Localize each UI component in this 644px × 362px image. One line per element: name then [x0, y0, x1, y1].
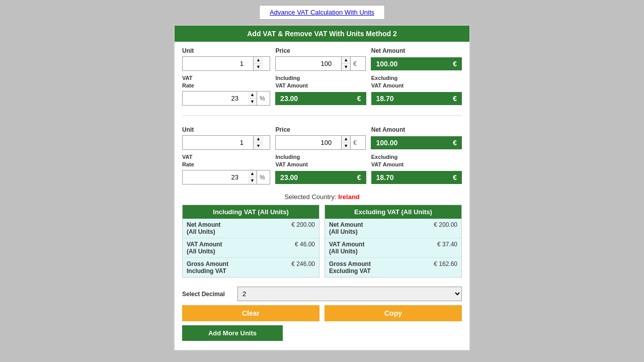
row2-vat-inputs: ▲ ▼ % 23.00 € 18.70 € [182, 170, 462, 185]
row2-vat-labels: VAT Rate Including VAT Amount Excluding … [182, 153, 462, 168]
vat-rate-down-2[interactable]: ▼ [248, 177, 257, 184]
footer-section: Indirect Tax www.vatcalculator.irish [177, 358, 467, 362]
price-spinner-2: ▲ ▼ [341, 136, 351, 149]
net-label-1: Net Amount [371, 47, 462, 54]
incl-net-label: Net Amount (All Units) [187, 221, 221, 235]
action-row: Clear Copy [182, 305, 462, 321]
incl-vat-value-1: 23.00 [280, 95, 298, 103]
vat-rate-spinner-1: ▲ ▼ [248, 92, 257, 105]
vat-rate-up-2[interactable]: ▲ [248, 170, 257, 177]
excl-vat-value-2: 18.70 [376, 173, 394, 182]
summary-section: Including VAT (All Units) Net Amount (Al… [175, 205, 469, 278]
price-up-2[interactable]: ▲ [342, 136, 350, 143]
unit-label-2: Unit [182, 126, 270, 133]
row1-inputs: ▲ ▼ ▲ ▼ € 100.00 € [182, 56, 462, 71]
excl-gross-value: € 162.60 [434, 260, 457, 275]
selected-country-name: Ireland [338, 193, 360, 201]
excl-gross-row: Gross Amount Excluding VAT € 162.60 [325, 258, 461, 277]
excl-vat-col-label-1: Excluding VAT Amount [371, 74, 462, 89]
net-value-2: 100.00 [376, 139, 397, 147]
price-input-wrapper-2: ▲ ▼ € [275, 135, 366, 150]
vat-rate-col-label-2: VAT Rate [182, 153, 270, 168]
price-input-wrapper-1: ▲ ▼ € [275, 56, 366, 71]
copy-button[interactable]: Copy [325, 305, 462, 321]
price-up-1[interactable]: ▲ [342, 57, 350, 64]
excl-net-label: Net Amount (All Units) [329, 221, 363, 235]
excl-vat-currency-1: € [453, 95, 457, 103]
vat-rate-input-2[interactable] [183, 171, 248, 184]
row1-section: Unit Price Net Amount ▲ ▼ ▲ [175, 42, 469, 110]
unit-label-1: Unit [182, 47, 270, 54]
percent-symbol-2: % [257, 174, 268, 181]
decimal-select[interactable]: 0 1 2 3 4 [237, 287, 462, 301]
unit-down-1[interactable]: ▼ [254, 64, 263, 70]
net-label-2: Net Amount [371, 126, 462, 133]
unit-down-2[interactable]: ▼ [254, 143, 263, 149]
incl-vat-amt-label: VAT Amount (All Units) [187, 241, 222, 255]
incl-vat-col-label-1: Including VAT Amount [275, 74, 366, 89]
unit-spinner-1: ▲ ▼ [253, 57, 263, 70]
price-down-2[interactable]: ▼ [342, 143, 350, 149]
divider-1 [182, 115, 462, 116]
vat-rate-up-1[interactable]: ▲ [248, 92, 257, 99]
excl-vat-value-1: 18.70 [376, 95, 394, 103]
net-value-1: 100.00 [376, 60, 397, 68]
price-label-2: Price [275, 126, 366, 133]
price-input-2[interactable] [276, 136, 341, 149]
row1-vat-inputs: ▲ ▼ % 23.00 € 18.70 € [182, 91, 462, 106]
unit-input-2[interactable] [183, 136, 253, 149]
incl-vat-value-2: 23.00 [280, 173, 298, 182]
excl-vat-col-label-2: Excluding VAT Amount [371, 153, 462, 168]
price-down-1[interactable]: ▼ [342, 64, 350, 70]
vat-rate-spinner-2: ▲ ▼ [248, 170, 257, 184]
vat-rate-down-1[interactable]: ▼ [248, 99, 257, 105]
unit-input-1[interactable] [183, 57, 253, 70]
net-amount-display-1: 100.00 € [371, 57, 462, 70]
excl-vat-currency-2: € [453, 173, 457, 182]
incl-vat-col-label-2: Including VAT Amount [275, 153, 366, 168]
top-link-container: Advance VAT Calculation With Units [259, 5, 385, 20]
footer-title: Indirect Tax [177, 358, 467, 362]
main-card: Add VAT & Remove VAT With Units Method 2… [174, 25, 470, 351]
excl-vat-row: VAT Amount (All Units) € 37.40 [325, 238, 461, 258]
net-currency-1: € [453, 60, 457, 68]
incl-vat-currency-1: € [357, 95, 361, 103]
unit-input-wrapper-1: ▲ ▼ [182, 56, 270, 71]
excl-net-row: Net Amount (All Units) € 200.00 [325, 219, 461, 238]
bottom-controls: Select Decimal 0 1 2 3 4 Clear Copy Add … [175, 283, 469, 345]
decimal-label: Select Decimal [182, 291, 232, 298]
incl-gross-value: € 246.00 [291, 260, 315, 275]
clear-button[interactable]: Clear [182, 305, 319, 321]
unit-up-2[interactable]: ▲ [254, 136, 263, 143]
vat-rate-input-1[interactable] [183, 92, 248, 105]
price-spinner-1: ▲ ▼ [341, 57, 351, 70]
excl-vat-display-1: 18.70 € [371, 92, 462, 105]
excl-gross-label: Gross Amount Excluding VAT [329, 260, 371, 275]
excl-vat-amt-label: VAT Amount (All Units) [329, 241, 364, 255]
row1-labels: Unit Price Net Amount [182, 47, 462, 54]
price-input-1[interactable] [276, 57, 341, 70]
incl-gross-row: Gross Amount Including VAT € 246.00 [183, 258, 319, 277]
vat-rate-col-label-1: VAT Rate [182, 74, 270, 89]
including-vat-header: Including VAT (All Units) [183, 205, 319, 219]
net-currency-2: € [453, 139, 457, 147]
percent-symbol-1: % [257, 95, 268, 102]
including-vat-body: Net Amount (All Units) € 200.00 VAT Amou… [183, 219, 319, 277]
incl-vat-display-1: 23.00 € [275, 92, 366, 105]
price-currency-2: € [351, 139, 359, 146]
excl-net-value: € 200.00 [434, 221, 457, 235]
unit-spinner-2: ▲ ▼ [253, 136, 263, 149]
card-header: Add VAT & Remove VAT With Units Method 2 [175, 26, 469, 42]
excluding-vat-body: Net Amount (All Units) € 200.00 VAT Amou… [325, 219, 461, 277]
advance-calc-link[interactable]: Advance VAT Calculation With Units [270, 9, 374, 16]
incl-vat-amt-value: € 46.00 [295, 241, 315, 255]
vat-rate-input-wrapper-1: ▲ ▼ % [182, 91, 270, 106]
including-vat-box: Including VAT (All Units) Net Amount (Al… [182, 205, 319, 278]
price-currency-1: € [351, 60, 359, 67]
add-more-button[interactable]: Add More Units [182, 325, 283, 341]
incl-vat-row: VAT Amount (All Units) € 46.00 [183, 238, 319, 258]
excluding-vat-header: Excluding VAT (All Units) [325, 205, 461, 219]
unit-up-1[interactable]: ▲ [254, 57, 263, 64]
incl-net-value: € 200.00 [291, 221, 315, 235]
excluding-vat-box: Excluding VAT (All Units) Net Amount (Al… [325, 205, 462, 278]
